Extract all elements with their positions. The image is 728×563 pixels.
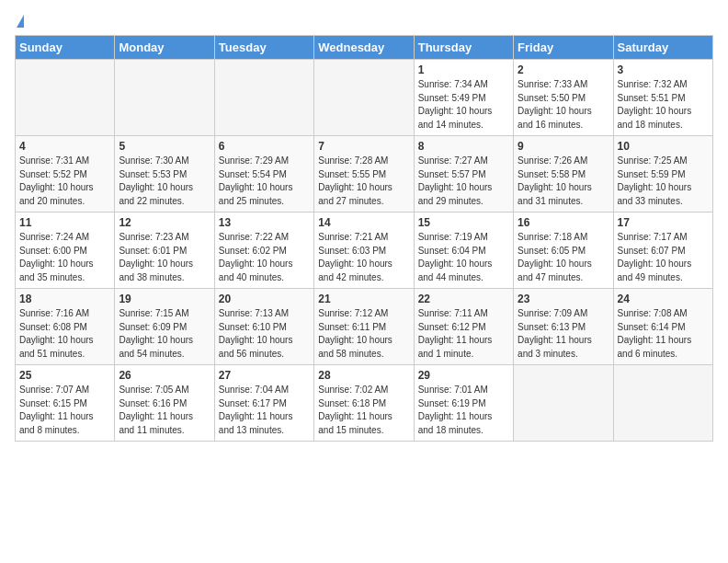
- day-number: 17: [618, 216, 709, 229]
- calendar-cell: 22Sunrise: 7:11 AM Sunset: 6:12 PM Dayli…: [414, 289, 513, 365]
- day-info: Sunrise: 7:04 AM Sunset: 6:17 PM Dayligh…: [219, 384, 310, 437]
- calendar-cell: 6Sunrise: 7:29 AM Sunset: 5:54 PM Daylig…: [214, 136, 313, 213]
- day-number: 3: [618, 63, 709, 76]
- calendar-cell: [16, 60, 115, 136]
- calendar-header-wednesday: Wednesday: [314, 36, 414, 60]
- day-info: Sunrise: 7:08 AM Sunset: 6:14 PM Dayligh…: [618, 307, 709, 361]
- calendar-header-sunday: Sunday: [16, 36, 115, 60]
- day-number: 18: [19, 293, 110, 305]
- calendar-cell: 26Sunrise: 7:05 AM Sunset: 6:16 PM Dayli…: [115, 365, 214, 442]
- logo: [15, 15, 24, 28]
- day-number: 12: [119, 216, 210, 229]
- day-info: Sunrise: 7:15 AM Sunset: 6:09 PM Dayligh…: [119, 307, 210, 361]
- day-info: Sunrise: 7:21 AM Sunset: 6:03 PM Dayligh…: [318, 231, 409, 284]
- day-info: Sunrise: 7:09 AM Sunset: 6:13 PM Dayligh…: [518, 307, 609, 361]
- day-number: 21: [318, 293, 409, 305]
- calendar-cell: [314, 60, 414, 136]
- day-number: 6: [219, 140, 310, 153]
- day-info: Sunrise: 7:02 AM Sunset: 6:18 PM Dayligh…: [318, 384, 409, 437]
- calendar-cell: 7Sunrise: 7:28 AM Sunset: 5:55 PM Daylig…: [314, 136, 414, 213]
- calendar-header-row: SundayMondayTuesdayWednesdayThursdayFrid…: [16, 36, 713, 60]
- day-number: 5: [119, 140, 210, 153]
- calendar-cell: 25Sunrise: 7:07 AM Sunset: 6:15 PM Dayli…: [16, 365, 115, 442]
- day-info: Sunrise: 7:19 AM Sunset: 6:04 PM Dayligh…: [418, 231, 509, 284]
- day-info: Sunrise: 7:18 AM Sunset: 6:05 PM Dayligh…: [518, 231, 609, 284]
- calendar-cell: 12Sunrise: 7:23 AM Sunset: 6:01 PM Dayli…: [115, 213, 214, 289]
- day-number: 1: [418, 63, 509, 76]
- calendar-week-row: 11Sunrise: 7:24 AM Sunset: 6:00 PM Dayli…: [16, 213, 713, 289]
- day-number: 24: [618, 293, 709, 305]
- day-number: 2: [518, 63, 609, 76]
- day-info: Sunrise: 7:31 AM Sunset: 5:52 PM Dayligh…: [19, 155, 110, 208]
- day-info: Sunrise: 7:01 AM Sunset: 6:19 PM Dayligh…: [418, 384, 509, 437]
- logo-triangle-icon: [17, 15, 24, 28]
- calendar-week-row: 18Sunrise: 7:16 AM Sunset: 6:08 PM Dayli…: [16, 289, 713, 365]
- calendar-header-friday: Friday: [514, 36, 613, 60]
- day-number: 23: [518, 293, 609, 305]
- calendar-cell: 23Sunrise: 7:09 AM Sunset: 6:13 PM Dayli…: [514, 289, 613, 365]
- day-info: Sunrise: 7:30 AM Sunset: 5:53 PM Dayligh…: [119, 155, 210, 208]
- calendar-table: SundayMondayTuesdayWednesdayThursdayFrid…: [15, 35, 713, 442]
- calendar-cell: 5Sunrise: 7:30 AM Sunset: 5:53 PM Daylig…: [115, 136, 214, 213]
- calendar-cell: 29Sunrise: 7:01 AM Sunset: 6:19 PM Dayli…: [414, 365, 513, 442]
- calendar-cell: 3Sunrise: 7:32 AM Sunset: 5:51 PM Daylig…: [613, 60, 712, 136]
- calendar-cell: 15Sunrise: 7:19 AM Sunset: 6:04 PM Dayli…: [414, 213, 513, 289]
- calendar-cell: 24Sunrise: 7:08 AM Sunset: 6:14 PM Dayli…: [613, 289, 712, 365]
- day-info: Sunrise: 7:29 AM Sunset: 5:54 PM Dayligh…: [219, 155, 310, 208]
- day-info: Sunrise: 7:28 AM Sunset: 5:55 PM Dayligh…: [318, 155, 409, 208]
- calendar-cell: 28Sunrise: 7:02 AM Sunset: 6:18 PM Dayli…: [314, 365, 414, 442]
- calendar-cell: 27Sunrise: 7:04 AM Sunset: 6:17 PM Dayli…: [214, 365, 313, 442]
- calendar-cell: 13Sunrise: 7:22 AM Sunset: 6:02 PM Dayli…: [214, 213, 313, 289]
- calendar-header-monday: Monday: [115, 36, 214, 60]
- calendar-cell: 11Sunrise: 7:24 AM Sunset: 6:00 PM Dayli…: [16, 213, 115, 289]
- day-number: 8: [418, 140, 509, 153]
- day-number: 25: [19, 369, 110, 382]
- calendar-cell: [214, 60, 313, 136]
- calendar-cell: 4Sunrise: 7:31 AM Sunset: 5:52 PM Daylig…: [16, 136, 115, 213]
- day-number: 7: [318, 140, 409, 153]
- calendar-cell: 19Sunrise: 7:15 AM Sunset: 6:09 PM Dayli…: [115, 289, 214, 365]
- calendar-cell: 16Sunrise: 7:18 AM Sunset: 6:05 PM Dayli…: [514, 213, 613, 289]
- day-number: 10: [618, 140, 709, 153]
- calendar-cell: [115, 60, 214, 136]
- day-info: Sunrise: 7:22 AM Sunset: 6:02 PM Dayligh…: [219, 231, 310, 284]
- calendar-header-thursday: Thursday: [414, 36, 513, 60]
- calendar-cell: 10Sunrise: 7:25 AM Sunset: 5:59 PM Dayli…: [613, 136, 712, 213]
- day-info: Sunrise: 7:16 AM Sunset: 6:08 PM Dayligh…: [19, 307, 110, 361]
- day-number: 14: [318, 216, 409, 229]
- day-info: Sunrise: 7:23 AM Sunset: 6:01 PM Dayligh…: [119, 231, 210, 284]
- day-number: 15: [418, 216, 509, 229]
- day-info: Sunrise: 7:24 AM Sunset: 6:00 PM Dayligh…: [19, 231, 110, 284]
- calendar-cell: 17Sunrise: 7:17 AM Sunset: 6:07 PM Dayli…: [613, 213, 712, 289]
- day-number: 16: [518, 216, 609, 229]
- calendar-header-saturday: Saturday: [613, 36, 712, 60]
- day-number: 13: [219, 216, 310, 229]
- calendar-cell: 20Sunrise: 7:13 AM Sunset: 6:10 PM Dayli…: [214, 289, 313, 365]
- day-info: Sunrise: 7:33 AM Sunset: 5:50 PM Dayligh…: [518, 78, 609, 132]
- day-number: 27: [219, 369, 310, 382]
- day-info: Sunrise: 7:32 AM Sunset: 5:51 PM Dayligh…: [618, 78, 709, 132]
- day-number: 19: [119, 293, 210, 305]
- day-number: 28: [318, 369, 409, 382]
- header: [15, 15, 713, 28]
- calendar-week-row: 25Sunrise: 7:07 AM Sunset: 6:15 PM Dayli…: [16, 365, 713, 442]
- day-info: Sunrise: 7:13 AM Sunset: 6:10 PM Dayligh…: [219, 307, 310, 361]
- day-info: Sunrise: 7:25 AM Sunset: 5:59 PM Dayligh…: [618, 155, 709, 208]
- calendar-header-tuesday: Tuesday: [214, 36, 313, 60]
- calendar-week-row: 1Sunrise: 7:34 AM Sunset: 5:49 PM Daylig…: [16, 60, 713, 136]
- calendar-cell: 21Sunrise: 7:12 AM Sunset: 6:11 PM Dayli…: [314, 289, 414, 365]
- calendar-cell: 9Sunrise: 7:26 AM Sunset: 5:58 PM Daylig…: [514, 136, 613, 213]
- day-info: Sunrise: 7:34 AM Sunset: 5:49 PM Dayligh…: [418, 78, 509, 132]
- calendar-week-row: 4Sunrise: 7:31 AM Sunset: 5:52 PM Daylig…: [16, 136, 713, 213]
- day-info: Sunrise: 7:05 AM Sunset: 6:16 PM Dayligh…: [119, 384, 210, 437]
- calendar-cell: 8Sunrise: 7:27 AM Sunset: 5:57 PM Daylig…: [414, 136, 513, 213]
- day-info: Sunrise: 7:17 AM Sunset: 6:07 PM Dayligh…: [618, 231, 709, 284]
- day-number: 29: [418, 369, 509, 382]
- day-number: 4: [19, 140, 110, 153]
- calendar-cell: 2Sunrise: 7:33 AM Sunset: 5:50 PM Daylig…: [514, 60, 613, 136]
- day-number: 22: [418, 293, 509, 305]
- day-number: 26: [119, 369, 210, 382]
- calendar-cell: 18Sunrise: 7:16 AM Sunset: 6:08 PM Dayli…: [16, 289, 115, 365]
- day-info: Sunrise: 7:12 AM Sunset: 6:11 PM Dayligh…: [318, 307, 409, 361]
- calendar-cell: 14Sunrise: 7:21 AM Sunset: 6:03 PM Dayli…: [314, 213, 414, 289]
